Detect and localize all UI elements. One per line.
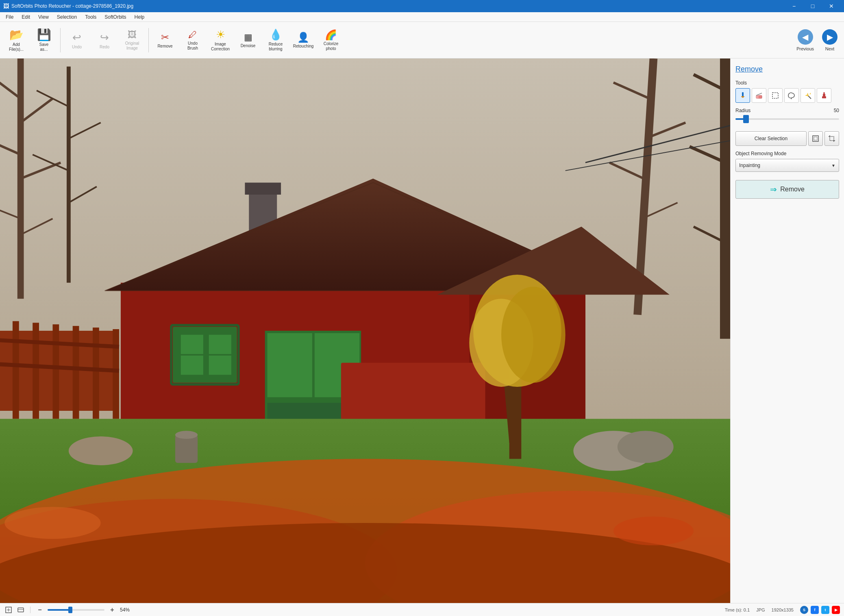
image-correction-button[interactable]: ☀ ImageCorrection bbox=[207, 24, 233, 56]
brush-tool-button[interactable] bbox=[735, 88, 750, 103]
svg-rect-85 bbox=[823, 94, 825, 97]
canvas-area[interactable] bbox=[0, 59, 730, 603]
crop-selection-button[interactable] bbox=[824, 131, 839, 146]
svg-rect-73 bbox=[742, 92, 744, 96]
time-label: Time (s): 0.1 bbox=[725, 607, 750, 612]
slider-thumb[interactable] bbox=[743, 115, 749, 123]
denoise-button[interactable]: ▦ Denoise bbox=[235, 24, 261, 56]
zoom-select-button[interactable] bbox=[16, 605, 25, 614]
colorize-button[interactable]: 🌈 Colorizephoto bbox=[318, 24, 344, 56]
stamp-icon bbox=[820, 91, 828, 100]
svg-rect-31 bbox=[93, 328, 99, 419]
svg-rect-32 bbox=[113, 329, 119, 419]
radius-section: Radius 50 bbox=[735, 108, 839, 123]
menu-file[interactable]: File bbox=[2, 12, 17, 22]
undo-brush-icon: 🖊 bbox=[188, 30, 197, 40]
zoom-out-button[interactable]: − bbox=[35, 605, 44, 614]
stamp-tool-button[interactable] bbox=[817, 88, 831, 103]
status-bar: − + 54% Time (s): 0.1 JPG 1920x1335 S f … bbox=[0, 603, 844, 616]
radius-label: Radius bbox=[735, 108, 750, 113]
menu-edit[interactable]: Edit bbox=[17, 12, 34, 22]
radius-slider-container[interactable] bbox=[735, 115, 839, 123]
image-correction-icon: ☀ bbox=[216, 28, 225, 41]
mode-dropdown[interactable]: Inpainting ▼ bbox=[735, 159, 839, 172]
status-right: Time (s): 0.1 JPG 1920x1335 S f t ▶ bbox=[725, 606, 840, 614]
svg-rect-30 bbox=[73, 326, 79, 419]
magic-wand-icon bbox=[804, 91, 812, 100]
social-icons: S f t ▶ bbox=[800, 606, 840, 614]
add-files-icon: 📂 bbox=[9, 28, 24, 41]
add-files-button[interactable]: 📂 AddFile(s)... bbox=[3, 24, 29, 56]
clear-selection-row: Clear Selection bbox=[735, 131, 839, 146]
menu-help[interactable]: Help bbox=[131, 12, 149, 22]
save-as-button[interactable]: 💾 Saveas... bbox=[31, 24, 57, 56]
undo-icon: ↩ bbox=[72, 31, 81, 44]
zoom-fit-button[interactable] bbox=[4, 605, 13, 614]
remove-arrow-icon: ⇒ bbox=[770, 184, 777, 194]
zoom-thumb[interactable] bbox=[68, 607, 72, 613]
close-button[interactable]: ✕ bbox=[822, 0, 841, 12]
svg-rect-88 bbox=[814, 137, 817, 140]
remove-toolbar-button[interactable]: ✂ Remove bbox=[152, 24, 178, 56]
reduce-blurring-button[interactable]: 💧 Reduceblurring bbox=[263, 24, 289, 56]
radius-row: Radius 50 bbox=[735, 108, 839, 113]
softorbits-icon[interactable]: S bbox=[800, 606, 808, 614]
svg-point-65 bbox=[613, 516, 694, 545]
obj-removing-label: Object Removing Mode bbox=[735, 151, 839, 156]
menu-selection[interactable]: Selection bbox=[53, 12, 81, 22]
zoom-in-button[interactable]: + bbox=[108, 605, 117, 614]
toolbar: 📂 AddFile(s)... 💾 Saveas... ↩ Undo ↪ Red… bbox=[0, 22, 844, 59]
remove-icon: ✂ bbox=[161, 32, 169, 43]
magic-wand-button[interactable] bbox=[800, 88, 815, 103]
remove-button[interactable]: ⇒ Remove bbox=[735, 180, 839, 199]
twitter-icon[interactable]: t bbox=[821, 606, 829, 614]
rect-select-button[interactable] bbox=[768, 88, 783, 103]
redo-icon: ↪ bbox=[100, 31, 109, 44]
clear-selection-button[interactable]: Clear Selection bbox=[735, 131, 807, 146]
svg-point-72 bbox=[175, 431, 198, 439]
zoom-track bbox=[48, 609, 104, 611]
denoise-label: Denoise bbox=[241, 43, 256, 48]
redo-button[interactable]: ↪ Redo bbox=[91, 24, 117, 56]
eraser-icon bbox=[755, 91, 763, 100]
object-removing-section: Object Removing Mode Inpainting ▼ bbox=[735, 151, 839, 172]
menu-tools[interactable]: Tools bbox=[81, 12, 100, 22]
facebook-icon[interactable]: f bbox=[811, 606, 819, 614]
next-button[interactable]: ▶ Next bbox=[819, 28, 841, 53]
restore-button[interactable]: □ bbox=[803, 0, 822, 12]
undo-button[interactable]: ↩ Undo bbox=[64, 24, 90, 56]
right-panel: Remove Tools bbox=[730, 59, 844, 603]
add-files-label: AddFile(s)... bbox=[9, 42, 24, 52]
fit-selection-button[interactable] bbox=[808, 131, 823, 146]
remove-label: Remove bbox=[157, 44, 172, 48]
original-image-button[interactable]: 🖼 OriginalImage bbox=[119, 24, 145, 56]
colorize-icon: 🌈 bbox=[325, 29, 337, 41]
colorize-label: Colorizephoto bbox=[324, 41, 339, 51]
undo-brush-button[interactable]: 🖊 UndoBrush bbox=[180, 24, 206, 56]
eraser-tool-button[interactable] bbox=[752, 88, 766, 103]
svg-rect-75 bbox=[756, 95, 759, 98]
zoom-in-icon: + bbox=[110, 606, 114, 614]
svg-rect-89 bbox=[830, 137, 834, 141]
status-separator-1 bbox=[30, 607, 30, 613]
panel-title: Remove bbox=[735, 65, 839, 74]
youtube-icon[interactable]: ▶ bbox=[832, 606, 840, 614]
previous-button[interactable]: ◀ Previous bbox=[793, 28, 817, 53]
menu-softorbits[interactable]: SoftOrbits bbox=[100, 12, 130, 22]
svg-rect-97 bbox=[18, 608, 24, 612]
svg-rect-87 bbox=[813, 136, 818, 141]
reduce-blurring-icon: 💧 bbox=[269, 28, 282, 41]
tools-row bbox=[735, 88, 839, 103]
retouching-label: Retouching bbox=[293, 44, 314, 48]
retouching-button[interactable]: 👤 Retouching bbox=[290, 24, 316, 56]
zoom-fill bbox=[48, 609, 70, 611]
minimize-button[interactable]: − bbox=[785, 0, 803, 12]
tools-label: Tools bbox=[735, 80, 839, 86]
lasso-tool-button[interactable] bbox=[784, 88, 799, 103]
image-correction-label: ImageCorrection bbox=[211, 42, 230, 52]
crop-icon bbox=[829, 135, 835, 142]
menu-view[interactable]: View bbox=[34, 12, 53, 22]
zoom-slider[interactable] bbox=[48, 606, 104, 614]
redo-label: Redo bbox=[100, 45, 109, 49]
undo-brush-label: UndoBrush bbox=[187, 41, 198, 51]
